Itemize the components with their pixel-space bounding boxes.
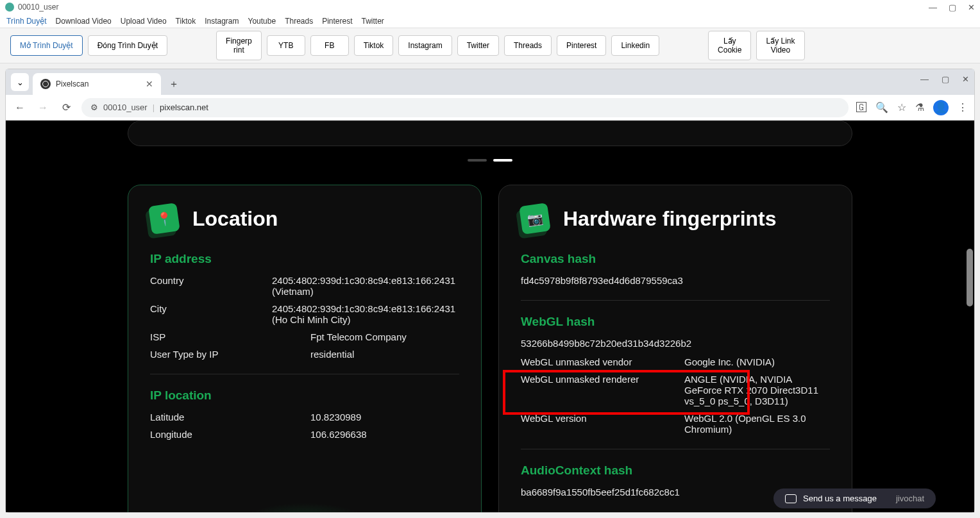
back-button[interactable]: ← bbox=[12, 100, 28, 115]
country-value: 2405:4802:939d:1c30:8c94:e813:166:2431 (… bbox=[272, 275, 459, 297]
new-tab-button[interactable]: ＋ bbox=[165, 75, 183, 93]
reload-button[interactable]: ⟳ bbox=[58, 100, 74, 115]
app-titlebar: 00010_user ― ▢ ✕ bbox=[0, 0, 980, 14]
address-url: pixelscan.net bbox=[160, 103, 208, 112]
tab-close-icon[interactable]: ✕ bbox=[146, 79, 153, 89]
threads-button[interactable]: Threads bbox=[504, 35, 552, 56]
profile-avatar[interactable]: 👤 bbox=[933, 100, 949, 115]
location-card: 📍 Location IP address Country 2405:4802:… bbox=[128, 185, 482, 512]
webgl-version-label: WebGL version bbox=[521, 413, 684, 435]
hardware-card: 📷 Hardware fingerprints Canvas hash fd4c… bbox=[498, 185, 852, 512]
slide-dot-2[interactable] bbox=[493, 159, 512, 162]
tab-pixelscan[interactable]: Pixelscan ✕ bbox=[33, 73, 161, 95]
fingerprint-button[interactable]: Fingerp rint bbox=[216, 31, 262, 61]
location-title: Location bbox=[192, 207, 278, 231]
city-label: City bbox=[150, 303, 272, 325]
chat-message: Send us a message bbox=[803, 494, 877, 503]
divider bbox=[150, 374, 459, 374]
browser-maximize-icon[interactable]: ▢ bbox=[942, 74, 949, 84]
get-link-video-button[interactable]: Lấy Link Video bbox=[756, 31, 804, 61]
hardware-title: Hardware fingerprints bbox=[563, 207, 777, 231]
window-controls: ― ▢ ✕ bbox=[929, 3, 975, 12]
toolbar: Mở Trình Duyệt Đóng Trình Duyệt Fingerp … bbox=[0, 28, 980, 63]
menu-youtube[interactable]: Youtube bbox=[248, 17, 276, 26]
country-label: Country bbox=[150, 275, 272, 297]
forward-button[interactable]: → bbox=[35, 100, 51, 115]
longitude-value: 106.6296638 bbox=[272, 429, 459, 440]
canvas-hash-value: fd4c5978b9f8f8793ed4d6d879559ca3 bbox=[521, 275, 830, 286]
webgl-vendor-value: Google Inc. (NVIDIA) bbox=[684, 356, 830, 367]
tab-favicon-icon bbox=[40, 79, 51, 89]
menu-upload-video[interactable]: Upload Video bbox=[121, 17, 167, 26]
menu-icon[interactable]: ⋮ bbox=[958, 101, 968, 113]
page-viewport: 📍 Location IP address Country 2405:4802:… bbox=[6, 121, 974, 512]
zoom-icon[interactable]: 🔍 bbox=[875, 101, 888, 113]
app-icon bbox=[5, 3, 14, 12]
bookmark-icon[interactable]: ☆ bbox=[897, 101, 906, 113]
menu-download-video[interactable]: Download Video bbox=[56, 17, 112, 26]
tab-title: Pixelscan bbox=[56, 79, 140, 88]
top-card bbox=[128, 121, 852, 146]
webgl-version-value: WebGL 2.0 (OpenGL ES 3.0 Chromium) bbox=[684, 413, 830, 435]
divider bbox=[521, 300, 830, 301]
usertype-value: residential bbox=[272, 349, 459, 360]
menu-tiktok[interactable]: Tiktok bbox=[176, 17, 196, 26]
minimize-icon[interactable]: ― bbox=[929, 3, 937, 12]
browser-minimize-icon[interactable]: ― bbox=[920, 74, 929, 84]
isp-value: Fpt Telecom Company bbox=[272, 331, 459, 342]
ip-address-heading: IP address bbox=[150, 252, 459, 266]
menu-browser[interactable]: Trình Duyệt bbox=[6, 17, 47, 26]
webgl-vendor-label: WebGL unmasked vendor bbox=[521, 356, 684, 367]
tiktok-button[interactable]: Tiktok bbox=[354, 35, 394, 56]
latitude-label: Latitude bbox=[150, 412, 272, 422]
menu-instagram[interactable]: Instagram bbox=[205, 17, 239, 26]
chat-widget[interactable]: Send us a message jivochat bbox=[773, 489, 936, 508]
fb-button[interactable]: FB bbox=[310, 35, 349, 56]
pinterest-button[interactable]: Pinterest bbox=[557, 35, 606, 56]
ytb-button[interactable]: YTB bbox=[267, 35, 305, 56]
webgl-hash-heading: WebGL hash bbox=[521, 315, 830, 329]
usertype-label: User Type by IP bbox=[150, 349, 272, 360]
address-field[interactable]: ⚙ 00010_user | pixelscan.net bbox=[81, 98, 849, 117]
twitter-button[interactable]: Twitter bbox=[457, 35, 499, 56]
ip-location-heading: IP location bbox=[150, 388, 459, 403]
maximize-icon[interactable]: ▢ bbox=[949, 3, 956, 12]
chat-brand: jivochat bbox=[896, 494, 924, 503]
address-profile: 00010_user bbox=[103, 103, 148, 112]
menubar: Trình Duyệt Download Video Upload Video … bbox=[0, 14, 980, 28]
webgl-hash-value: 53266b8499b8c72b20ed31b34d3226b2 bbox=[521, 338, 830, 349]
menu-pinterest[interactable]: Pinterest bbox=[322, 17, 352, 26]
translate-icon[interactable]: 🄶 bbox=[856, 102, 866, 113]
tab-strip: ⌄ Pixelscan ✕ ＋ ― ▢ ✕ bbox=[6, 69, 974, 95]
isp-label: ISP bbox=[150, 331, 272, 342]
instagram-button[interactable]: Instagram bbox=[398, 35, 452, 56]
scrollbar-thumb[interactable] bbox=[967, 249, 973, 306]
audio-hash-heading: AudioContext hash bbox=[521, 464, 830, 478]
slider-indicator[interactable] bbox=[128, 159, 852, 162]
menu-threads[interactable]: Threads bbox=[285, 17, 313, 26]
address-icons: 🄶 🔍 ☆ ⚗ 👤 ⋮ bbox=[856, 100, 968, 115]
open-browser-button[interactable]: Mở Trình Duyệt bbox=[10, 35, 83, 56]
webgl-renderer-value: ANGLE (NVIDIA, NVIDIA GeForce RTX 2070 D… bbox=[684, 374, 830, 406]
close-browser-button[interactable]: Đóng Trình Duyệt bbox=[88, 35, 167, 56]
browser-window-controls: ― ▢ ✕ bbox=[920, 74, 969, 84]
get-cookie-button[interactable]: Lấy Cookie bbox=[708, 31, 751, 61]
browser-frame: ⌄ Pixelscan ✕ ＋ ― ▢ ✕ ← → ⟳ ⚙ 00010_user… bbox=[5, 69, 975, 513]
webgl-renderer-label: WebGL unmasked renderer bbox=[521, 374, 684, 406]
slide-dot-1[interactable] bbox=[468, 159, 487, 162]
site-settings-icon[interactable]: ⚙ bbox=[90, 103, 98, 112]
divider bbox=[521, 449, 830, 449]
longitude-label: Longitude bbox=[150, 429, 272, 440]
latitude-value: 10.8230989 bbox=[272, 412, 459, 422]
location-icon: 📍 bbox=[148, 203, 180, 235]
labs-icon[interactable]: ⚗ bbox=[915, 101, 924, 113]
chat-icon bbox=[785, 494, 797, 503]
linkedin-button[interactable]: Linkedin bbox=[611, 35, 659, 56]
tab-search-button[interactable]: ⌄ bbox=[11, 73, 29, 91]
address-bar: ← → ⟳ ⚙ 00010_user | pixelscan.net 🄶 🔍 ☆… bbox=[6, 95, 974, 121]
canvas-hash-heading: Canvas hash bbox=[521, 252, 830, 266]
close-icon[interactable]: ✕ bbox=[968, 3, 975, 12]
hardware-icon: 📷 bbox=[519, 203, 551, 235]
menu-twitter[interactable]: Twitter bbox=[362, 17, 384, 26]
browser-close-icon[interactable]: ✕ bbox=[962, 74, 969, 84]
